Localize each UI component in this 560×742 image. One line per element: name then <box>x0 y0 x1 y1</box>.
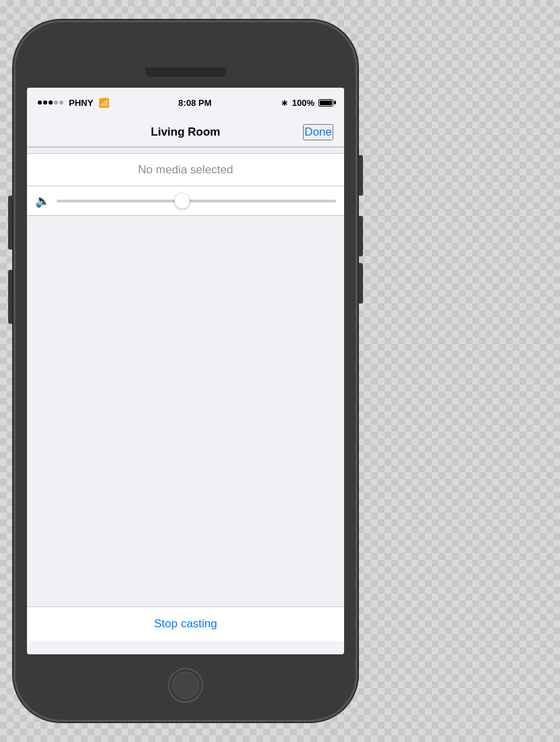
section-separator-top <box>27 147 344 154</box>
status-right: ∗ 100% <box>281 98 333 108</box>
content-area <box>27 216 344 606</box>
no-media-text: No media selected <box>138 163 233 177</box>
battery-fill <box>320 101 332 105</box>
status-time: 8:08 PM <box>178 98 211 108</box>
nav-bar-inner: Living Room Done <box>38 124 333 140</box>
stop-casting-label: Stop casting <box>154 617 217 631</box>
volume-icon: 🔈 <box>35 194 50 208</box>
signal-dot-4 <box>54 101 58 105</box>
carrier-label: PHNY <box>69 98 93 108</box>
stop-casting-button[interactable]: Stop casting <box>27 607 344 641</box>
home-area <box>27 641 344 654</box>
wifi-icon: 📶 <box>99 98 109 108</box>
done-button[interactable]: Done <box>303 124 333 140</box>
signal-dot-2 <box>43 101 47 105</box>
signal-strength <box>38 101 63 105</box>
bottom-section: Stop casting <box>27 606 344 641</box>
volume-track-filled <box>57 200 182 202</box>
battery-icon <box>318 99 333 107</box>
battery-indicator <box>318 99 333 107</box>
volume-slider[interactable] <box>57 200 336 202</box>
signal-dot-1 <box>38 101 42 105</box>
top-speaker <box>145 67 226 77</box>
nav-title: Living Room <box>151 125 221 139</box>
status-left: PHNY 📶 <box>38 98 109 108</box>
volume-thumb[interactable] <box>175 194 190 208</box>
battery-percent: 100% <box>292 98 314 108</box>
signal-dot-5 <box>59 101 63 105</box>
signal-dot-3 <box>49 101 53 105</box>
bluetooth-icon: ∗ <box>281 98 288 108</box>
home-button[interactable] <box>168 668 203 703</box>
volume-row: 🔈 <box>27 186 344 216</box>
nav-bar: Living Room Done <box>27 117 344 147</box>
phone-screen: PHNY 📶 8:08 PM ∗ 100% Living R <box>27 88 344 654</box>
no-media-row: No media selected <box>27 154 344 186</box>
home-button-inner <box>172 672 199 699</box>
status-bar: PHNY 📶 8:08 PM ∗ 100% <box>27 88 344 117</box>
